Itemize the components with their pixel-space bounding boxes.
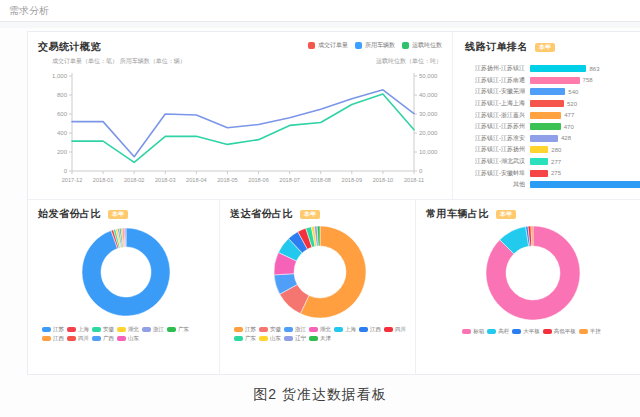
dest-share-badge[interactable]: 本年: [300, 210, 320, 219]
bar-label: 其他: [465, 180, 525, 189]
legend-swatch: [308, 42, 315, 49]
legend-label: 安徽: [103, 326, 114, 333]
bar-track: 477: [530, 112, 640, 119]
dest-donut-wrap: [230, 223, 409, 321]
trade-overview-title: 交易统计概览: [38, 40, 101, 54]
legend-swatch: [117, 327, 126, 333]
legend-item[interactable]: 广东: [167, 326, 189, 333]
bar-row: 江苏镇江-江苏南通758: [465, 75, 640, 87]
dashboard-canvas: 交易统计概览 成交订单量所用车辆数运载吨位数 成交订单量（单位：笔） 所用车辆数…: [0, 28, 640, 417]
legend-swatch: [462, 329, 471, 335]
bar-track: 428: [530, 135, 640, 142]
legend-item[interactable]: 广西: [92, 335, 114, 342]
legend-item[interactable]: 上海: [334, 326, 356, 333]
vehicle-share-badge[interactable]: 本年: [496, 210, 516, 219]
legend-item[interactable]: 江西: [42, 335, 64, 342]
legend-label: 湖北: [320, 326, 331, 333]
route-ranking-title: 线路订单排名: [465, 40, 528, 54]
bar-fill[interactable]: [530, 158, 548, 165]
svg-text:2018-05: 2018-05: [217, 177, 238, 183]
legend-item[interactable]: 安徽: [92, 326, 114, 333]
bar-row: 其他1712: [465, 179, 640, 191]
legend-item[interactable]: 湖北: [117, 326, 139, 333]
legend-item[interactable]: 山东: [259, 335, 281, 342]
origin-donut-wrap: [38, 223, 213, 321]
bar-track: 277: [530, 158, 640, 165]
bottom-row: 始发省份占比 本年 江苏上海安徽湖北浙江广东江西四川广西山东 送达省份占比 本年…: [28, 200, 640, 374]
bar-value: 428: [561, 135, 571, 141]
svg-text:200: 200: [57, 149, 68, 155]
legend-item[interactable]: 运载吨位数: [402, 41, 442, 50]
vehicle-donut-legend: 标箱高栏大平板高低平板半挂: [426, 327, 640, 336]
legend-item[interactable]: 上海: [67, 326, 89, 333]
bar-row: 江苏镇江-湖北武汉277: [465, 156, 640, 168]
legend-label: 安徽: [270, 326, 281, 333]
legend-label: 天津: [320, 335, 331, 342]
legend-item[interactable]: 江苏: [234, 326, 256, 333]
legend-item[interactable]: 湖北: [309, 326, 331, 333]
bar-fill[interactable]: [530, 77, 580, 84]
origin-share-badge[interactable]: 本年: [108, 210, 128, 219]
origin-share-panel: 始发省份占比 本年 江苏上海安徽湖北浙江广东江西四川广西山东: [28, 200, 219, 374]
legend-swatch: [167, 327, 176, 333]
legend-item[interactable]: 成交订单量: [308, 41, 348, 50]
legend-item[interactable]: 天津: [309, 335, 331, 342]
legend-label: 广西: [103, 335, 114, 342]
page-title: 需求分析: [9, 4, 49, 18]
legend-item[interactable]: 广东: [234, 335, 256, 342]
route-ranking-badge[interactable]: 本年: [535, 43, 555, 52]
legend-item[interactable]: 江苏: [42, 326, 64, 333]
legend-item[interactable]: 江西: [359, 326, 381, 333]
origin-share-title: 始发省份占比: [38, 207, 101, 221]
bar-fill[interactable]: [530, 100, 564, 107]
bar-fill[interactable]: [530, 146, 548, 153]
app-header: 需求分析: [0, 0, 640, 22]
bar-track: 1712: [530, 181, 640, 188]
legend-swatch: [309, 336, 318, 342]
legend-swatch: [142, 327, 151, 333]
legend-item[interactable]: 四川: [67, 335, 89, 342]
bar-label: 江苏镇江-上海上海: [465, 99, 525, 108]
vehicle-donut-chart: [466, 223, 600, 323]
legend-item[interactable]: 高栏: [487, 328, 509, 335]
trade-overview-head: 交易统计概览 成交订单量所用车辆数运载吨位数: [38, 40, 452, 54]
legend-item[interactable]: 浙江: [284, 326, 306, 333]
legend-label: 成交订单量: [318, 41, 348, 50]
legend-item[interactable]: 大平板: [512, 328, 540, 335]
bar-value: 277: [551, 159, 561, 165]
legend-swatch: [512, 329, 521, 335]
bar-label: 江苏镇江-浙江嘉兴: [465, 111, 525, 120]
bar-track: 758: [530, 77, 640, 84]
bar-fill[interactable]: [530, 135, 558, 142]
bar-fill[interactable]: [530, 170, 548, 177]
legend-item[interactable]: 半挂: [579, 328, 601, 335]
donut-slice[interactable]: [124, 228, 125, 247]
bar-fill[interactable]: [530, 88, 565, 95]
legend-item[interactable]: 辽宁: [284, 335, 306, 342]
bar-fill[interactable]: [530, 65, 586, 72]
legend-swatch: [284, 336, 293, 342]
line-series: [72, 90, 414, 157]
legend-label: 标箱: [473, 328, 484, 335]
dest-share-title: 送达省份占比: [230, 207, 293, 221]
legend-item[interactable]: 安徽: [259, 326, 281, 333]
legend-item[interactable]: 高低平板: [543, 328, 576, 335]
legend-swatch: [402, 42, 409, 49]
bar-fill[interactable]: [530, 181, 640, 188]
left-axis-caption: 成交订单量（单位：笔） 所用车辆数（单位：辆）: [52, 57, 186, 66]
legend-label: 江西: [370, 326, 381, 333]
legend-label: 辽宁: [295, 335, 306, 342]
figure-caption: 图2 货准达数据看板: [0, 386, 640, 404]
legend-item[interactable]: 标箱: [462, 328, 484, 335]
legend-label: 江苏: [53, 326, 64, 333]
bar-fill[interactable]: [530, 123, 561, 130]
legend-label: 山东: [270, 335, 281, 342]
bar-label: 江苏镇江-湖北武汉: [465, 157, 525, 166]
legend-item[interactable]: 四川: [384, 326, 406, 333]
legend-item[interactable]: 所用车辆数: [355, 41, 395, 50]
bar-fill[interactable]: [530, 112, 561, 119]
legend-label: 山东: [128, 335, 139, 342]
legend-item[interactable]: 浙江: [142, 326, 164, 333]
legend-item[interactable]: 山东: [117, 335, 139, 342]
svg-text:2018-06: 2018-06: [248, 177, 269, 183]
